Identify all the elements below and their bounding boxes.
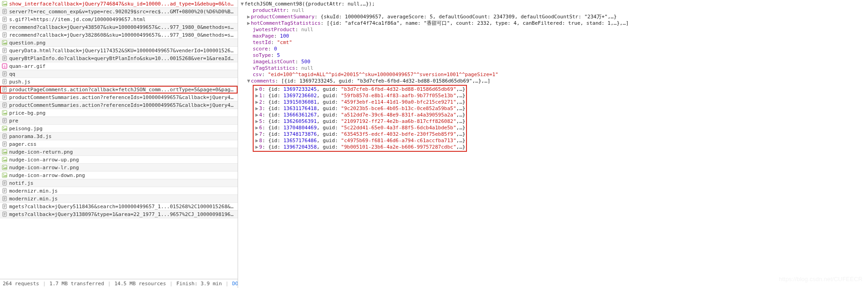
chevron-right-icon[interactable]: ▶ — [255, 144, 259, 150]
preview-comment-item[interactable]: ▶4: {id: 13666361267, guid: "a512dd7e-39… — [255, 112, 465, 118]
network-row[interactable]: mgets?callback=jQuery3138097&type=1&area… — [0, 210, 238, 218]
footer-resources: 14.5 MB resources — [114, 281, 166, 287]
network-row[interactable]: queryData.html?callback=jQuery1174352&SK… — [0, 47, 238, 55]
chevron-right-icon[interactable]: ▶ — [246, 20, 251, 27]
chevron-down-icon[interactable]: ▼ — [240, 1, 244, 7]
network-row[interactable]: peisong.jpg — [0, 125, 238, 133]
network-row[interactable]: pre — [0, 117, 238, 125]
network-row-name: peisong.jpg — [9, 126, 236, 132]
preview-property[interactable]: productAttr: null — [253, 7, 866, 14]
network-row[interactable]: modernizr.min.js — [0, 187, 238, 195]
document-icon — [2, 79, 7, 84]
network-row[interactable]: productCommentSummaries.action?reference… — [0, 94, 238, 101]
chevron-right-icon[interactable]: ▶ — [255, 93, 259, 99]
network-row[interactable]: recommend?callback=jQuery438507&sku=1000… — [0, 23, 238, 31]
preview-comment-item[interactable]: ▶5: {id: 13626056391, guid: "21097192-ff… — [255, 118, 465, 125]
network-row[interactable]: queryBtPlanInfo.do?callback=queryBtPlanI… — [0, 55, 238, 62]
network-row-name: recommend?callback=jQuery438507&sku=1000… — [9, 24, 236, 30]
network-row-name: push.js — [9, 79, 236, 85]
network-row-name: question.png — [9, 40, 236, 46]
preview-property[interactable]: imageListCount: 500 — [253, 59, 866, 65]
comments-highlight-box: ▶0: {id: 13697233245, guid: "b3d7cfeb-6f… — [253, 85, 467, 152]
preview-hot-tags[interactable]: ▶hotCommentTagStatistics: [{id: "afcaf4f… — [246, 20, 866, 27]
network-row[interactable]: qq — [0, 70, 238, 78]
preview-comment-item[interactable]: ▶9: {id: 13967204358, guid: "9b005101-23… — [255, 144, 465, 150]
preview-comment-item[interactable]: ▶0: {id: 13697233245, guid: "b3d7cfeb-6f… — [255, 86, 465, 93]
image-icon — [2, 165, 7, 170]
network-row[interactable]: server?t=rec_common_exp&v=type=rec.90202… — [0, 8, 238, 16]
document-icon — [2, 87, 7, 92]
network-rows: show_interface?callback=jQuery7746847&sk… — [0, 0, 238, 279]
preview-comment-item[interactable]: ▶8: {id: 13657176486, guid: "c4975b69-f6… — [255, 138, 465, 144]
preview-property[interactable]: vTagStatistics: null — [253, 65, 866, 72]
preview-product-comment-summary[interactable]: ▶productCommentSummary: {skuId: 10000049… — [246, 14, 866, 20]
preview-root[interactable]: ▼fetchJSON_comment98({productAttr: null,… — [240, 1, 866, 7]
chevron-right-icon[interactable]: ▶ — [255, 105, 259, 112]
image-icon — [2, 110, 7, 116]
preview-property[interactable]: maxPage: 100 — [253, 33, 866, 39]
chevron-right-icon[interactable]: ▶ — [255, 138, 259, 144]
footer-dcl: DOMContentLoaded: 814 ms — [232, 281, 238, 287]
preview-property[interactable]: jwotestProduct: null — [253, 27, 866, 33]
network-row[interactable]: pager.css — [0, 140, 238, 148]
network-row[interactable]: push.js — [0, 78, 238, 86]
network-row-name: panorama.3d.js — [9, 133, 236, 139]
network-row[interactable]: nudge-icon-arrow-down.png — [0, 172, 238, 179]
chevron-right-icon[interactable]: ▶ — [255, 86, 259, 93]
chevron-right-icon[interactable]: ▶ — [255, 118, 259, 125]
preview-comment-item[interactable]: ▶6: {id: 13704804469, guid: "5c22dd41-65… — [255, 125, 465, 131]
preview-property[interactable]: score: 0 — [253, 46, 866, 52]
network-row[interactable]: nudge-icon-arrow-up.png — [0, 156, 238, 164]
chevron-right-icon[interactable]: ▶ — [246, 14, 251, 20]
network-row[interactable]: price-bg.png — [0, 109, 238, 117]
document-icon — [2, 9, 7, 14]
svg-point-71 — [3, 166, 4, 167]
chevron-down-icon[interactable]: ▼ — [246, 78, 251, 84]
network-row[interactable]: question.png — [0, 39, 238, 47]
image-icon — [2, 126, 7, 131]
network-row-name: pre — [9, 118, 236, 124]
network-row[interactable]: Gquan-arr.gif — [0, 62, 238, 70]
preview-comment-item[interactable]: ▶2: {id: 13915036081, guid: "459f3ebf-e1… — [255, 99, 465, 105]
image-icon — [2, 172, 7, 178]
network-footer: 264 requests | 1.7 MB transferred | 14.5… — [0, 279, 238, 288]
image-icon — [2, 157, 7, 162]
preview-property[interactable]: testId: "cmt" — [253, 39, 866, 46]
network-row[interactable]: mgets?callback=jQuery5118436&search=1000… — [0, 203, 238, 210]
preview-comments-header[interactable]: ▼comments: [{id: 13697233245, guid: "b3d… — [246, 78, 866, 84]
preview-property[interactable]: csv: "eid=100^^tagid=ALL^^pid=20015^^sku… — [253, 72, 866, 78]
preview-property[interactable]: soType: 5 — [253, 52, 866, 59]
document-icon — [2, 102, 7, 108]
network-row-name: show_interface?callback=jQuery7746847&sk… — [9, 1, 236, 7]
preview-comment-item[interactable]: ▶3: {id: 13631176418, guid: "9c2023b5-bc… — [255, 105, 465, 112]
network-row[interactable]: modernizr.min.js — [0, 195, 238, 203]
image-icon: G — [2, 63, 7, 69]
chevron-right-icon[interactable]: ▶ — [255, 131, 259, 138]
image-icon — [2, 149, 7, 155]
network-row[interactable]: productCommentSummaries.action?reference… — [0, 101, 238, 109]
document-icon — [2, 17, 7, 22]
network-row-name: pager.css — [9, 141, 236, 147]
network-row-name: productPageComments.action?callback=fetc… — [9, 87, 236, 93]
document-icon — [2, 71, 7, 77]
network-row[interactable]: show_interface?callback=jQuery7746847&sk… — [0, 0, 238, 8]
network-row-name: productCommentSummaries.action?reference… — [9, 102, 236, 108]
preview-comment-item[interactable]: ▶1: {id: 13697236602, guid: "59fb857d-e8… — [255, 93, 465, 99]
network-row[interactable]: recommend?callback=jQuery3828608&sku=100… — [0, 31, 238, 39]
network-row[interactable]: nudge-icon-return.png — [0, 148, 238, 156]
document-icon — [2, 188, 7, 194]
network-row-name: mgets?callback=jQuery5118436&search=1000… — [9, 204, 236, 210]
svg-point-1 — [3, 2, 4, 3]
document-icon — [2, 48, 7, 53]
network-row[interactable]: nudge-icon-arrow-lr.png — [0, 164, 238, 172]
network-row[interactable]: s.gif?l=https://item.jd.com/100000499657… — [0, 16, 238, 23]
network-row[interactable]: panorama.3d.js — [0, 133, 238, 140]
network-row[interactable]: productPageComments.action?callback=fetc… — [0, 86, 238, 94]
preview-comment-item[interactable]: ▶7: {id: 13748173876, guid: "635453f5-ed… — [255, 131, 465, 138]
network-row-name: nudge-icon-return.png — [9, 149, 236, 155]
chevron-right-icon[interactable]: ▶ — [255, 99, 259, 105]
network-row[interactable]: notif.js — [0, 179, 238, 187]
chevron-right-icon[interactable]: ▶ — [255, 112, 259, 118]
svg-point-73 — [3, 174, 4, 175]
chevron-right-icon[interactable]: ▶ — [255, 125, 259, 131]
